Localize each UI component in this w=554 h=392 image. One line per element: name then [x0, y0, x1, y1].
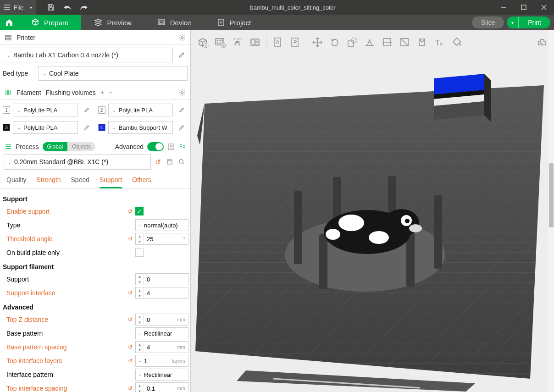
filament-select[interactable]: ⌄PolyLite PLA	[13, 121, 78, 134]
print-button[interactable]: Print	[519, 17, 550, 28]
undo-button[interactable]	[59, 0, 76, 15]
build-plate-only-checkbox[interactable]	[135, 248, 144, 257]
enable-support-checkbox[interactable]: ✓	[135, 207, 144, 215]
gear-icon[interactable]	[178, 89, 186, 96]
edit-filament-button[interactable]	[176, 103, 188, 117]
scrollbar-thumb[interactable]	[549, 163, 554, 227]
settings-scroll-area[interactable]: Support Enable support ↺ ✓ Type ⌄normal(…	[0, 189, 190, 392]
threshold-angle-input[interactable]: ▲▼25°	[135, 233, 188, 245]
3d-viewport[interactable]: AUTO 0 P Ta	[191, 30, 554, 392]
add-plate-icon[interactable]	[212, 34, 228, 50]
scale-icon[interactable]	[344, 34, 360, 50]
lay-flat-icon[interactable]	[361, 34, 378, 50]
tab-strength[interactable]: Strength	[37, 172, 61, 188]
tab-device[interactable]: Device	[144, 15, 204, 30]
edit-printer-button[interactable]	[176, 48, 188, 62]
svg-rect-4	[6, 35, 11, 40]
assembly-icon[interactable]	[534, 34, 550, 50]
tab-project[interactable]: Project	[204, 15, 264, 30]
reset-icon[interactable]: ↺	[125, 344, 135, 350]
reset-icon[interactable]: ↺	[125, 316, 135, 323]
reset-icon[interactable]: ↺	[125, 358, 135, 364]
seam-paint-icon[interactable]	[396, 34, 413, 50]
home-button[interactable]	[0, 15, 18, 30]
base-spacing-input[interactable]: ▲▼4mm	[135, 341, 188, 353]
label-top-z: Top Z distance	[2, 316, 125, 323]
remove-filament-button[interactable]: −	[109, 89, 112, 96]
advanced-toggle[interactable]	[147, 142, 164, 151]
slice-button[interactable]: Slice	[472, 17, 504, 28]
compare-icon[interactable]	[178, 143, 186, 150]
gear-icon[interactable]	[178, 34, 186, 41]
process-profile-select[interactable]: ⌄ 0.20mm Standard @BBL X1C (*)	[4, 154, 151, 170]
tab-prepare[interactable]: Prepare	[18, 15, 81, 30]
svg-rect-0	[521, 5, 526, 10]
filament-swatch[interactable]: 2	[98, 106, 105, 114]
base-pattern-select[interactable]: ⌄Rectilinear	[135, 327, 188, 339]
save-profile-button[interactable]	[165, 159, 175, 165]
reset-icon[interactable]: ↺	[125, 290, 135, 296]
top-z-input[interactable]: ▲▼0mm	[135, 314, 188, 326]
filament-swatch[interactable]: 4	[98, 124, 105, 131]
scope-global[interactable]: Global	[43, 142, 68, 151]
rotate-icon[interactable]	[327, 34, 343, 50]
arrange-icon[interactable]	[247, 34, 263, 50]
file-menu[interactable]: File ▾	[0, 0, 36, 15]
tab-quality[interactable]: Quality	[6, 172, 27, 188]
filament-swatch[interactable]: 1	[3, 106, 10, 114]
top-interface-spacing-input[interactable]: ▲▼0.1mm	[135, 382, 188, 392]
list-icon[interactable]	[167, 143, 175, 150]
reset-icon[interactable]: ↺	[125, 208, 135, 215]
svg-rect-42	[255, 43, 258, 44]
svg-point-9	[179, 160, 183, 163]
interface-pattern-select[interactable]: ⌄Rectilinear	[135, 369, 188, 381]
variable-layer-icon[interactable]: 0	[269, 34, 286, 50]
tab-speed[interactable]: Speed	[71, 172, 89, 188]
process-scope-toggle[interactable]: Global Objects	[43, 142, 95, 151]
add-filament-button[interactable]: +	[100, 89, 104, 96]
filament-section-header: Filament Flushing volumes + −	[0, 85, 190, 100]
flushing-volumes-button[interactable]: Flushing volumes	[46, 89, 96, 96]
minimize-button[interactable]	[493, 0, 514, 15]
text-icon[interactable]: Ta	[431, 34, 448, 50]
search-settings-button[interactable]	[177, 159, 187, 165]
reset-icon[interactable]: ↺	[125, 236, 135, 242]
support-interface-input[interactable]: ▲▼4	[135, 287, 188, 299]
reset-icon[interactable]: ↺	[125, 385, 135, 392]
edit-filament-button[interactable]	[176, 120, 188, 135]
auto-orient-icon[interactable]: AUTO	[229, 34, 246, 50]
tab-support[interactable]: Support	[100, 172, 122, 188]
tab-others[interactable]: Others	[132, 172, 151, 188]
edit-filament-button[interactable]	[81, 103, 93, 117]
maximize-button[interactable]	[514, 0, 534, 15]
cut-icon[interactable]	[379, 34, 395, 50]
support-paint-icon[interactable]	[414, 34, 430, 50]
support-type-select[interactable]: ⌄normal(auto)	[135, 219, 188, 231]
save-button[interactable]	[43, 0, 59, 15]
color-paint-icon[interactable]	[449, 34, 465, 50]
cube-icon	[31, 18, 39, 27]
bed-type-select[interactable]: ⌄ Cool Plate	[39, 66, 188, 81]
filament-select[interactable]: ⌄Bambu Support W	[108, 121, 173, 134]
move-icon[interactable]	[309, 34, 326, 50]
printer-section-label: Printer	[17, 34, 35, 41]
redo-button[interactable]	[76, 0, 92, 15]
viewport-scrollbar[interactable]	[548, 30, 554, 392]
scope-objects[interactable]: Objects	[67, 142, 95, 151]
svg-point-23	[369, 231, 389, 244]
close-button[interactable]	[534, 0, 554, 15]
filament-select[interactable]: ⌄PolyLite PLA	[108, 104, 173, 116]
filament-select[interactable]: ⌄PolyLite PLA	[13, 104, 78, 116]
filament-swatch[interactable]: 3	[3, 124, 10, 131]
tab-label: Device	[170, 19, 191, 27]
tab-preview[interactable]: Preview	[81, 15, 144, 30]
print-dropdown[interactable]: ▾	[507, 17, 519, 28]
printer-profile-select[interactable]: ⌄ Bambu Lab X1 Carbon 0.4 nozzle (*)	[3, 48, 173, 62]
svg-text:T: T	[435, 39, 440, 47]
plate-settings-icon[interactable]: P	[287, 34, 303, 50]
edit-filament-button[interactable]	[81, 120, 93, 135]
support-filament-input[interactable]: ▲▼0	[135, 273, 188, 285]
top-layers-select[interactable]: ⌄1layers	[135, 355, 188, 367]
reset-profile-button[interactable]: ↺	[153, 158, 163, 166]
add-cube-icon[interactable]	[194, 34, 211, 50]
